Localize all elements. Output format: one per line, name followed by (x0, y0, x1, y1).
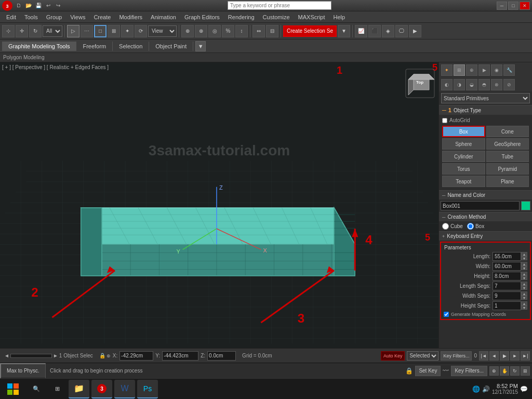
btn-pyramid[interactable]: Pyramid (486, 163, 529, 175)
material-btn[interactable]: ◈ (382, 25, 394, 37)
taskbar-photoshop[interactable]: Ps (137, 380, 158, 398)
keyboard-entry-header[interactable]: + Keyboard Entry (439, 232, 532, 241)
select-btn[interactable]: ▷ (67, 25, 79, 37)
schematic-btn[interactable]: ⬛ (368, 25, 381, 37)
menu-group[interactable]: Group (42, 13, 66, 21)
creation-method-header[interactable]: ─ Creation Method (439, 212, 532, 221)
btn-box[interactable]: Box (442, 126, 485, 137)
curve-editor-btn[interactable]: 📈 (355, 25, 367, 37)
filter-select[interactable]: All (43, 25, 62, 37)
radio-cube-label[interactable]: Cube (442, 223, 463, 230)
key-prev-btn[interactable]: ◄ (489, 351, 499, 361)
redo-btn[interactable]: ↪ (54, 2, 62, 10)
radio-cube[interactable] (442, 223, 449, 230)
height-segs-down[interactable]: ▼ (521, 305, 527, 310)
length-input[interactable] (493, 252, 521, 261)
play-btn[interactable]: ▶ (500, 351, 509, 361)
menu-graph-editors[interactable]: Graph Editors (180, 13, 224, 21)
key-next-btn[interactable]: ► (510, 351, 520, 361)
btn-torus[interactable]: Torus (442, 163, 485, 175)
menu-help[interactable]: Help (329, 13, 350, 21)
btn-geosphere[interactable]: GeoSphere (486, 138, 529, 150)
height-spin-down[interactable]: ▼ (521, 276, 527, 280)
render-setup-btn[interactable]: 🖵 (395, 25, 408, 37)
pan-btn[interactable]: ✋ (500, 366, 509, 376)
z-coord-input[interactable] (207, 351, 236, 361)
snap2d-btn[interactable]: ⊕ (195, 25, 207, 37)
search-input[interactable] (228, 1, 331, 10)
menu-modifiers[interactable]: Modifiers (115, 13, 147, 21)
length-spin-up[interactable]: ▲ (521, 252, 527, 256)
key-filters-btn[interactable]: Key Filters... (441, 351, 472, 361)
height-input[interactable] (493, 272, 521, 281)
panel-primitives-dropdown[interactable]: Standard Primitives Extended Primitives … (441, 93, 530, 103)
menu-edit[interactable]: Edit (2, 13, 20, 21)
field-of-view-btn[interactable]: ⊞ (521, 366, 530, 376)
height-spin-up[interactable]: ▲ (521, 272, 527, 276)
menu-maxscript[interactable]: MAXScript (294, 13, 329, 21)
tab-graphite[interactable]: Graphite Modeling Tools (2, 42, 76, 51)
new-btn[interactable]: 🗋 (15, 2, 23, 10)
menu-rendering[interactable]: Rendering (224, 13, 259, 21)
percent-snap-btn[interactable]: % (222, 25, 234, 37)
btn-cylinder[interactable]: Cylinder (442, 151, 485, 162)
menu-create[interactable]: Create (89, 13, 115, 21)
gen-mapping-checkbox[interactable] (444, 312, 449, 317)
save-btn[interactable]: 💾 (34, 2, 43, 10)
minimize-btn[interactable]: ─ (497, 2, 507, 10)
taskbar-task-view[interactable]: ⊞ (48, 380, 66, 398)
selected-dropdown[interactable]: Selected (407, 351, 438, 361)
spinner-snap-btn[interactable]: ↕ (235, 25, 248, 37)
rotate-btn[interactable]: ↻ (29, 25, 42, 37)
x-coord-input[interactable] (119, 351, 153, 361)
menu-animation[interactable]: Animation (147, 13, 180, 21)
btn-plane[interactable]: Plane (486, 176, 529, 187)
select-filter-btn[interactable]: ⊹ (2, 25, 15, 37)
height-segs-up[interactable]: ▲ (521, 301, 527, 305)
width-segs-down[interactable]: ▼ (521, 296, 527, 300)
length-segs-up[interactable]: ▲ (521, 282, 527, 286)
radio-box[interactable] (467, 223, 474, 230)
width-input[interactable] (493, 262, 521, 271)
open-btn[interactable]: 📂 (24, 2, 33, 10)
tab-selection[interactable]: Selection (113, 42, 149, 51)
panel-icon-r3[interactable]: ◒ (466, 79, 477, 90)
height-segs-input[interactable] (493, 301, 521, 310)
navigation-cube[interactable]: Top (403, 66, 434, 98)
max-physc-btn[interactable]: Max to Physc. (0, 363, 46, 379)
zoom-btn[interactable]: ⊕ (489, 366, 499, 376)
key-first-btn[interactable]: |◄ (479, 351, 488, 361)
key-filters-status-btn[interactable]: Key Filters... (451, 366, 487, 376)
panel-icon-utilities[interactable]: 🔧 (503, 64, 515, 76)
lasso-btn[interactable]: ⋯ (81, 25, 93, 37)
panel-icon-r4[interactable]: ◓ (478, 79, 490, 90)
named-sel-btn[interactable]: ▼ (338, 25, 350, 37)
rotate-tool-btn[interactable]: ⟳ (135, 25, 147, 37)
panel-icon-motion[interactable]: ▶ (478, 64, 490, 76)
length-segs-down[interactable]: ▼ (521, 286, 527, 290)
view-select[interactable]: View (148, 25, 177, 37)
radio-box-label[interactable]: Box (467, 223, 484, 230)
btn-cone[interactable]: Cone (486, 126, 529, 137)
menu-customize[interactable]: Customize (259, 13, 294, 21)
panel-icon-display[interactable]: ◉ (491, 64, 502, 76)
panel-icon-r6[interactable]: ⊘ (503, 79, 515, 90)
create-selection-set-btn[interactable]: Create Selection Se (283, 25, 337, 37)
maximize-btn[interactable]: □ (508, 2, 518, 10)
y-coord-input[interactable] (162, 351, 198, 361)
scroll-right[interactable]: ► (53, 353, 58, 358)
length-segs-input[interactable] (493, 282, 521, 290)
width-spin-down[interactable]: ▼ (521, 266, 527, 270)
key-last-btn[interactable]: ►| (521, 351, 530, 361)
taskbar-3dsmax[interactable]: 3 (91, 380, 112, 398)
name-and-color-header[interactable]: ─ Name and Color (439, 191, 532, 200)
mirror-btn[interactable]: ⇔ (252, 25, 265, 37)
panel-icon-r5[interactable]: ⊗ (491, 79, 502, 90)
color-swatch[interactable] (521, 201, 530, 210)
move-tool-btn[interactable]: ✦ (121, 25, 134, 37)
close-btn[interactable]: ✕ (520, 2, 530, 10)
btn-sphere[interactable]: Sphere (442, 138, 485, 150)
auto-key-btn[interactable]: Auto Key (381, 351, 405, 361)
autocrid-checkbox[interactable] (442, 118, 447, 123)
taskbar-explorer[interactable]: 📁 (69, 380, 89, 398)
